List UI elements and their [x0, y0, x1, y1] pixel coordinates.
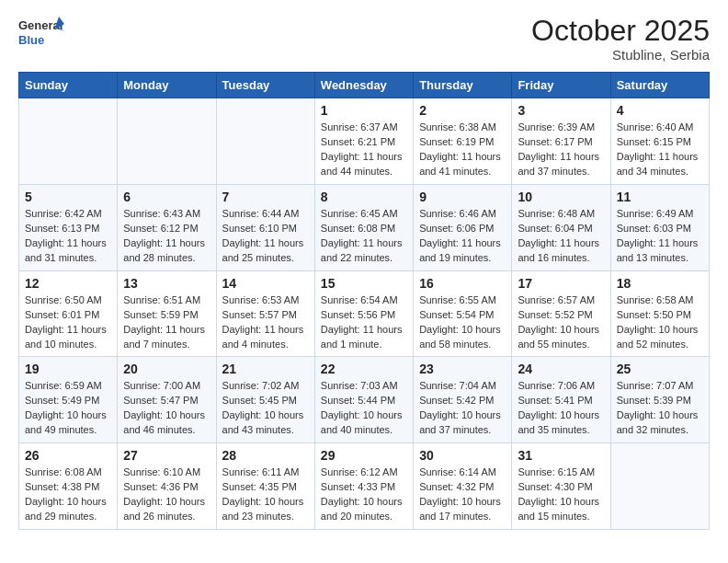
day-number: 2	[419, 103, 506, 118]
calendar-cell: 24Sunrise: 7:06 AM Sunset: 5:41 PM Dayli…	[512, 357, 610, 443]
cell-info: Sunrise: 7:02 AM Sunset: 5:45 PM Dayligh…	[222, 379, 309, 438]
cell-info: Sunrise: 6:08 AM Sunset: 4:38 PM Dayligh…	[25, 465, 111, 524]
cell-info: Sunrise: 6:46 AM Sunset: 6:06 PM Dayligh…	[419, 207, 506, 266]
calendar-week-row: 19Sunrise: 6:59 AM Sunset: 5:49 PM Dayli…	[19, 357, 710, 443]
calendar-week-row: 5Sunrise: 6:42 AM Sunset: 6:13 PM Daylig…	[19, 184, 710, 270]
day-number: 31	[518, 448, 604, 463]
day-number: 11	[617, 190, 703, 204]
day-number: 30	[419, 448, 506, 463]
day-number: 12	[25, 276, 111, 291]
location: Stubline, Serbia	[531, 47, 710, 63]
cell-info: Sunrise: 6:51 AM Sunset: 5:59 PM Dayligh…	[123, 293, 210, 352]
calendar-week-row: 1Sunrise: 6:37 AM Sunset: 6:21 PM Daylig…	[19, 98, 710, 185]
cell-info: Sunrise: 6:57 AM Sunset: 5:52 PM Dayligh…	[518, 293, 604, 352]
weekday-header: Sunday	[19, 73, 118, 98]
cell-info: Sunrise: 6:37 AM Sunset: 6:21 PM Dayligh…	[321, 121, 407, 179]
calendar-cell: 30Sunrise: 6:14 AM Sunset: 4:32 PM Dayli…	[414, 443, 512, 530]
calendar-cell: 4Sunrise: 6:40 AM Sunset: 6:15 PM Daylig…	[610, 98, 709, 185]
day-number: 20	[123, 362, 210, 376]
cell-info: Sunrise: 6:50 AM Sunset: 6:01 PM Dayligh…	[25, 293, 111, 352]
day-number: 21	[222, 362, 309, 376]
day-number: 6	[123, 190, 210, 204]
calendar-cell: 13Sunrise: 6:51 AM Sunset: 5:59 PM Dayli…	[118, 270, 216, 357]
weekday-header-row: SundayMondayTuesdayWednesdayThursdayFrid…	[19, 73, 710, 98]
calendar-cell: 7Sunrise: 6:44 AM Sunset: 6:10 PM Daylig…	[216, 184, 314, 270]
cell-info: Sunrise: 6:12 AM Sunset: 4:33 PM Dayligh…	[321, 465, 407, 524]
weekday-header: Thursday	[414, 73, 512, 98]
day-number: 28	[222, 448, 309, 463]
calendar-cell: 29Sunrise: 6:12 AM Sunset: 4:33 PM Dayli…	[314, 443, 413, 530]
cell-info: Sunrise: 6:49 AM Sunset: 6:03 PM Dayligh…	[617, 207, 703, 266]
day-number: 25	[617, 362, 703, 376]
calendar-cell: 27Sunrise: 6:10 AM Sunset: 4:36 PM Dayli…	[118, 443, 216, 530]
weekday-header: Friday	[512, 73, 610, 98]
cell-info: Sunrise: 6:45 AM Sunset: 6:08 PM Dayligh…	[321, 207, 407, 266]
calendar-cell: 28Sunrise: 6:11 AM Sunset: 4:35 PM Dayli…	[216, 443, 314, 530]
logo: General Blue	[18, 15, 64, 52]
cell-info: Sunrise: 6:38 AM Sunset: 6:19 PM Dayligh…	[419, 121, 506, 179]
calendar-cell: 21Sunrise: 7:02 AM Sunset: 5:45 PM Dayli…	[216, 357, 314, 443]
day-number: 10	[518, 190, 604, 204]
cell-info: Sunrise: 6:53 AM Sunset: 5:57 PM Dayligh…	[222, 293, 309, 352]
calendar-cell: 8Sunrise: 6:45 AM Sunset: 6:08 PM Daylig…	[314, 184, 413, 270]
day-number: 8	[321, 190, 407, 204]
cell-info: Sunrise: 6:59 AM Sunset: 5:49 PM Dayligh…	[25, 379, 111, 438]
cell-info: Sunrise: 7:03 AM Sunset: 5:44 PM Dayligh…	[321, 379, 407, 438]
cell-info: Sunrise: 6:44 AM Sunset: 6:10 PM Dayligh…	[222, 207, 309, 266]
calendar-cell	[610, 443, 709, 530]
calendar-cell: 25Sunrise: 7:07 AM Sunset: 5:39 PM Dayli…	[610, 357, 709, 443]
calendar-cell: 6Sunrise: 6:43 AM Sunset: 6:12 PM Daylig…	[118, 184, 216, 270]
calendar-week-row: 26Sunrise: 6:08 AM Sunset: 4:38 PM Dayli…	[19, 443, 710, 530]
day-number: 14	[222, 276, 309, 291]
calendar-cell: 22Sunrise: 7:03 AM Sunset: 5:44 PM Dayli…	[314, 357, 413, 443]
cell-info: Sunrise: 6:15 AM Sunset: 4:30 PM Dayligh…	[518, 465, 604, 524]
cell-info: Sunrise: 6:48 AM Sunset: 6:04 PM Dayligh…	[518, 207, 604, 266]
calendar-cell	[216, 98, 314, 185]
calendar-cell: 12Sunrise: 6:50 AM Sunset: 6:01 PM Dayli…	[19, 270, 118, 357]
page: General Blue October 2025 Stubline, Serb…	[0, 0, 728, 545]
cell-info: Sunrise: 7:00 AM Sunset: 5:47 PM Dayligh…	[123, 379, 210, 438]
cell-info: Sunrise: 6:54 AM Sunset: 5:56 PM Dayligh…	[321, 293, 407, 352]
day-number: 24	[518, 362, 604, 376]
calendar-cell: 3Sunrise: 6:39 AM Sunset: 6:17 PM Daylig…	[512, 98, 610, 185]
calendar-cell: 2Sunrise: 6:38 AM Sunset: 6:19 PM Daylig…	[414, 98, 512, 185]
title-block: October 2025 Stubline, Serbia	[531, 15, 710, 63]
calendar-cell: 10Sunrise: 6:48 AM Sunset: 6:04 PM Dayli…	[512, 184, 610, 270]
calendar-table: SundayMondayTuesdayWednesdayThursdayFrid…	[18, 72, 710, 530]
day-number: 5	[25, 190, 111, 204]
weekday-header: Wednesday	[314, 73, 413, 98]
cell-info: Sunrise: 6:40 AM Sunset: 6:15 PM Dayligh…	[617, 121, 703, 179]
day-number: 13	[123, 276, 210, 291]
day-number: 18	[617, 276, 703, 291]
weekday-header: Monday	[118, 73, 216, 98]
day-number: 3	[518, 103, 604, 118]
calendar-cell: 5Sunrise: 6:42 AM Sunset: 6:13 PM Daylig…	[19, 184, 118, 270]
cell-info: Sunrise: 7:06 AM Sunset: 5:41 PM Dayligh…	[518, 379, 604, 438]
month-title: October 2025	[531, 15, 710, 47]
cell-info: Sunrise: 6:43 AM Sunset: 6:12 PM Dayligh…	[123, 207, 210, 266]
day-number: 16	[419, 276, 506, 291]
day-number: 27	[123, 448, 210, 463]
day-number: 4	[617, 103, 703, 118]
calendar-cell: 15Sunrise: 6:54 AM Sunset: 5:56 PM Dayli…	[314, 270, 413, 357]
day-number: 1	[321, 103, 407, 118]
calendar-cell: 17Sunrise: 6:57 AM Sunset: 5:52 PM Dayli…	[512, 270, 610, 357]
cell-info: Sunrise: 7:04 AM Sunset: 5:42 PM Dayligh…	[419, 379, 506, 438]
calendar-cell: 20Sunrise: 7:00 AM Sunset: 5:47 PM Dayli…	[118, 357, 216, 443]
logo-bird-icon: General Blue	[18, 15, 64, 52]
cell-info: Sunrise: 6:14 AM Sunset: 4:32 PM Dayligh…	[419, 465, 506, 524]
weekday-header: Saturday	[610, 73, 709, 98]
day-number: 29	[321, 448, 407, 463]
weekday-header: Tuesday	[216, 73, 314, 98]
calendar-cell: 14Sunrise: 6:53 AM Sunset: 5:57 PM Dayli…	[216, 270, 314, 357]
calendar-cell	[19, 98, 118, 185]
calendar-cell: 31Sunrise: 6:15 AM Sunset: 4:30 PM Dayli…	[512, 443, 610, 530]
svg-text:Blue: Blue	[18, 33, 44, 47]
day-number: 17	[518, 276, 604, 291]
day-number: 23	[419, 362, 506, 376]
day-number: 15	[321, 276, 407, 291]
calendar-cell: 18Sunrise: 6:58 AM Sunset: 5:50 PM Dayli…	[610, 270, 709, 357]
calendar-cell: 9Sunrise: 6:46 AM Sunset: 6:06 PM Daylig…	[414, 184, 512, 270]
calendar-cell: 19Sunrise: 6:59 AM Sunset: 5:49 PM Dayli…	[19, 357, 118, 443]
day-number: 9	[419, 190, 506, 204]
